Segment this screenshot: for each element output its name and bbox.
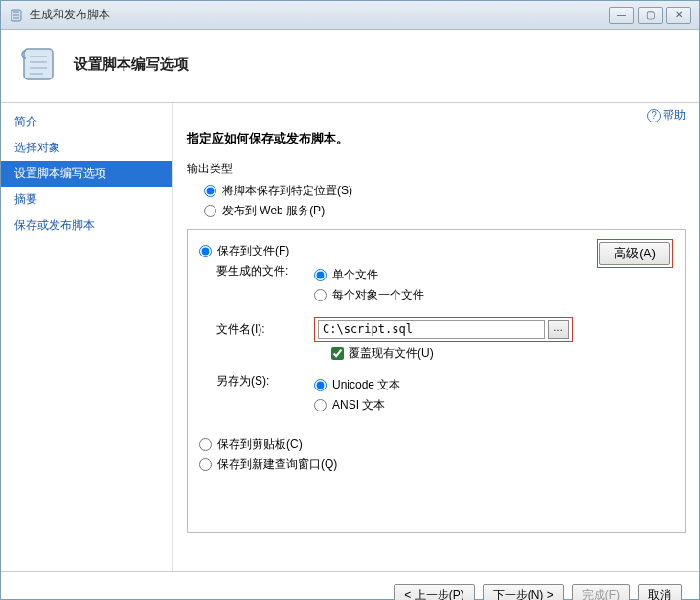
browse-button[interactable]: … — [548, 320, 569, 339]
radio-per-object[interactable]: 每个对象一个文件 — [314, 287, 597, 303]
radio-save-clipboard[interactable]: 保存到剪贴板(C) — [199, 436, 673, 453]
sidebar-item-script-options[interactable]: 设置脚本编写选项 — [1, 161, 172, 187]
sidebar-item-choose-objects[interactable]: 选择对象 — [1, 135, 172, 161]
radio-save-location-label: 将脚本保存到特定位置(S) — [222, 183, 352, 199]
window-title: 生成和发布脚本 — [30, 7, 609, 23]
overwrite-checkbox-row[interactable]: 覆盖现有文件(U) — [331, 345, 673, 362]
sidebar-item-intro[interactable]: 简介 — [1, 109, 172, 135]
close-button[interactable]: ✕ — [666, 7, 691, 24]
maximize-button[interactable]: ▢ — [638, 7, 663, 24]
sidebar-item-summary[interactable]: 摘要 — [1, 187, 172, 212]
app-icon — [9, 8, 24, 23]
filename-label: 文件名(I): — [199, 322, 314, 338]
window-controls: — ▢ ✕ — [609, 7, 691, 24]
help-label: 帮助 — [663, 108, 686, 122]
advanced-highlight: 高级(A) — [597, 239, 673, 268]
finish-button[interactable]: 完成(F) — [572, 584, 630, 600]
titlebar: 生成和发布脚本 — ▢ ✕ — [1, 1, 699, 30]
scroll-icon — [18, 43, 60, 85]
radio-save-clipboard-label: 保存到剪贴板(C) — [217, 436, 303, 453]
filename-input[interactable] — [318, 320, 545, 339]
radio-save-clipboard-input[interactable] — [199, 438, 212, 451]
overwrite-checkbox[interactable] — [331, 347, 344, 360]
wizard-window: 生成和发布脚本 — ▢ ✕ 设置脚本编写选项 简介 选择对象 设置脚本编写选项 … — [0, 0, 700, 600]
advanced-button[interactable]: 高级(A) — [599, 242, 670, 265]
page-title: 设置脚本编写选项 — [74, 56, 189, 74]
save-panel: 高级(A) 保存到文件(F) 要生成的文件: 单个文件 — [187, 229, 686, 533]
save-as-label: 另存为(S): — [199, 373, 314, 389]
wizard-body: 简介 选择对象 设置脚本编写选项 摘要 保存或发布脚本 ?帮助 指定应如何保存或… — [1, 102, 699, 571]
main-panel: ?帮助 指定应如何保存或发布脚本。 输出类型 将脚本保存到特定位置(S) 发布到… — [173, 103, 699, 571]
files-to-generate-label: 要生成的文件: — [199, 263, 314, 279]
radio-save-location-input[interactable] — [204, 185, 216, 197]
minimize-button[interactable]: — — [609, 7, 634, 24]
radio-unicode[interactable]: Unicode 文本 — [314, 377, 673, 393]
radio-save-to-file-label: 保存到文件(F) — [217, 243, 289, 259]
output-type-label: 输出类型 — [187, 161, 686, 177]
radio-save-query-label: 保存到新建查询窗口(Q) — [217, 456, 337, 473]
wizard-header: 设置脚本编写选项 — [1, 30, 699, 102]
radio-per-object-input[interactable] — [314, 289, 327, 301]
help-link[interactable]: ?帮助 — [647, 107, 686, 123]
sidebar-item-save-publish[interactable]: 保存或发布脚本 — [1, 212, 172, 238]
radio-ansi-input[interactable] — [314, 399, 327, 411]
radio-ansi-label: ANSI 文本 — [332, 397, 385, 413]
wizard-footer: < 上一步(P) 下一步(N) > 完成(F) 取消 — [1, 571, 699, 600]
radio-single-file-input[interactable] — [314, 269, 327, 281]
radio-unicode-label: Unicode 文本 — [332, 377, 400, 393]
radio-publish-web-input[interactable] — [204, 205, 216, 217]
radio-save-to-file[interactable]: 保存到文件(F) — [199, 243, 597, 259]
cancel-button[interactable]: 取消 — [638, 584, 682, 600]
prev-button[interactable]: < 上一步(P) — [394, 584, 474, 600]
sidebar: 简介 选择对象 设置脚本编写选项 摘要 保存或发布脚本 — [1, 103, 173, 571]
radio-save-query[interactable]: 保存到新建查询窗口(Q) — [199, 456, 673, 473]
radio-publish-web-label: 发布到 Web 服务(P) — [222, 203, 325, 219]
radio-save-query-input[interactable] — [199, 458, 212, 471]
radio-save-to-file-input[interactable] — [199, 245, 212, 257]
radio-single-file-label: 单个文件 — [332, 267, 378, 283]
next-button[interactable]: 下一步(N) > — [483, 584, 564, 600]
overwrite-label: 覆盖现有文件(U) — [349, 345, 434, 362]
radio-publish-web[interactable]: 发布到 Web 服务(P) — [204, 203, 686, 219]
section-title: 指定应如何保存或发布脚本。 — [187, 130, 686, 147]
radio-per-object-label: 每个对象一个文件 — [332, 287, 424, 303]
radio-single-file[interactable]: 单个文件 — [314, 267, 597, 283]
help-icon: ? — [647, 109, 661, 122]
radio-save-location[interactable]: 将脚本保存到特定位置(S) — [204, 183, 686, 199]
radio-unicode-input[interactable] — [314, 379, 327, 391]
radio-ansi[interactable]: ANSI 文本 — [314, 397, 673, 413]
filename-highlight: … — [314, 317, 573, 342]
